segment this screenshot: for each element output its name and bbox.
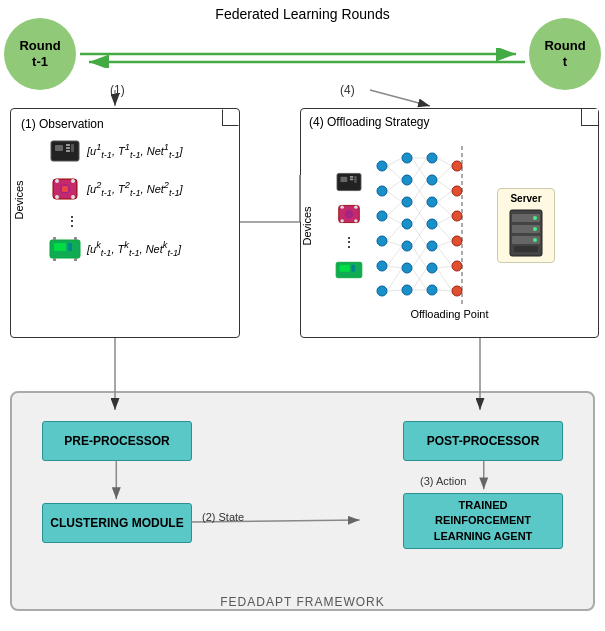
svg-rect-20	[74, 237, 77, 240]
obs-dots: ⋮	[65, 213, 229, 229]
svg-point-52	[427, 197, 437, 207]
svg-point-13	[55, 195, 59, 199]
svg-line-119	[370, 90, 430, 106]
svg-rect-4	[55, 145, 63, 151]
obs-formula-k: [ukt-1, Tkt-1, Netkt-1]	[87, 240, 181, 258]
svg-point-45	[402, 197, 412, 207]
svg-point-30	[340, 205, 343, 208]
svg-line-96	[437, 241, 452, 246]
svg-point-58	[452, 186, 462, 196]
svg-point-57	[452, 161, 462, 171]
svg-point-31	[354, 205, 357, 208]
server-icon	[506, 208, 546, 258]
neural-network-svg	[367, 136, 497, 316]
svg-rect-27	[354, 176, 357, 183]
svg-rect-5	[66, 144, 70, 146]
framework-box: PRE-PROCESSOR CLUSTERING MODULE POST-PRO…	[10, 391, 595, 611]
pre-processor-box: PRE-PROCESSOR	[42, 421, 192, 461]
device-icon-2	[49, 175, 81, 203]
svg-line-98	[437, 266, 452, 268]
svg-line-64	[387, 166, 402, 180]
svg-line-68	[387, 216, 402, 224]
svg-line-73	[387, 268, 402, 291]
svg-point-40	[377, 236, 387, 246]
svg-rect-19	[53, 237, 56, 240]
svg-line-93	[437, 202, 452, 216]
clustering-module-box: CLUSTERING MODULE	[42, 503, 192, 543]
svg-rect-7	[66, 150, 70, 152]
observation-title: (1) Observation	[21, 117, 229, 131]
svg-point-43	[402, 153, 412, 163]
svg-line-94	[437, 216, 452, 224]
svg-line-100	[437, 290, 452, 291]
svg-point-48	[402, 263, 412, 273]
svg-line-70	[387, 241, 402, 246]
obs-row-2: [u2t-1, T2t-1, Net2t-1]	[49, 175, 229, 203]
svg-text:(4): (4)	[340, 83, 355, 97]
post-processor-box: POST-PROCESSOR	[403, 421, 563, 461]
off-device-1	[335, 170, 363, 194]
svg-line-92	[437, 191, 452, 202]
svg-rect-17	[54, 243, 66, 251]
svg-point-29	[345, 209, 354, 218]
offloading-devices-label: Devices	[301, 206, 313, 245]
svg-point-53	[427, 219, 437, 229]
svg-point-49	[402, 285, 412, 295]
svg-line-97	[437, 246, 452, 266]
svg-rect-3	[51, 141, 79, 161]
svg-point-108	[533, 238, 537, 242]
framework-label: FEDADAPT FRAMEWORK	[0, 595, 605, 609]
svg-point-44	[402, 175, 412, 185]
svg-point-42	[377, 286, 387, 296]
svg-point-12	[71, 179, 75, 183]
svg-text:(1): (1)	[110, 83, 125, 97]
svg-point-106	[533, 216, 537, 220]
svg-rect-22	[74, 258, 77, 261]
server-box: Server	[497, 188, 555, 263]
svg-line-74	[387, 290, 402, 291]
off-device-3	[335, 258, 363, 282]
svg-point-107	[533, 227, 537, 231]
observation-devices-label: Devices	[13, 180, 25, 219]
svg-point-54	[427, 241, 437, 251]
svg-point-33	[354, 219, 357, 222]
svg-line-72	[387, 266, 402, 268]
svg-point-50	[427, 153, 437, 163]
round-arrow-bar	[76, 48, 529, 68]
svg-rect-36	[352, 264, 355, 271]
svg-line-90	[437, 166, 452, 180]
svg-line-63	[387, 158, 402, 166]
main-container: Federated Learning Rounds Roundt-1 Round…	[0, 0, 605, 631]
svg-point-60	[452, 236, 462, 246]
svg-rect-21	[53, 258, 56, 261]
svg-line-67	[387, 202, 402, 216]
svg-rect-15	[62, 186, 68, 192]
svg-point-37	[377, 161, 387, 171]
svg-point-32	[340, 219, 343, 222]
svg-rect-23	[337, 173, 361, 190]
svg-point-41	[377, 261, 387, 271]
svg-rect-26	[350, 178, 353, 180]
svg-line-89	[437, 158, 452, 166]
svg-rect-24	[340, 176, 347, 181]
obs-formula-1: [u1t-1, T1t-1, Net1t-1]	[87, 142, 183, 160]
svg-rect-35	[340, 264, 350, 271]
svg-line-71	[387, 246, 402, 266]
action-label: (3) Action	[420, 475, 466, 487]
svg-line-65	[387, 180, 402, 191]
svg-point-59	[452, 211, 462, 221]
observation-box: (1) Observation Devices [u1t-1, T1t-1, N…	[10, 108, 240, 338]
svg-point-62	[452, 286, 462, 296]
svg-point-55	[427, 263, 437, 273]
svg-point-56	[427, 285, 437, 295]
device-icon-k	[49, 235, 81, 263]
round-t1-circle: Roundt-1	[4, 18, 76, 90]
svg-point-38	[377, 186, 387, 196]
svg-line-95	[437, 224, 452, 241]
svg-point-11	[55, 179, 59, 183]
svg-rect-25	[350, 176, 353, 178]
svg-rect-18	[68, 243, 72, 251]
svg-point-51	[427, 175, 437, 185]
page-title: Federated Learning Rounds	[0, 6, 605, 22]
state-label: (2) State	[202, 511, 244, 523]
